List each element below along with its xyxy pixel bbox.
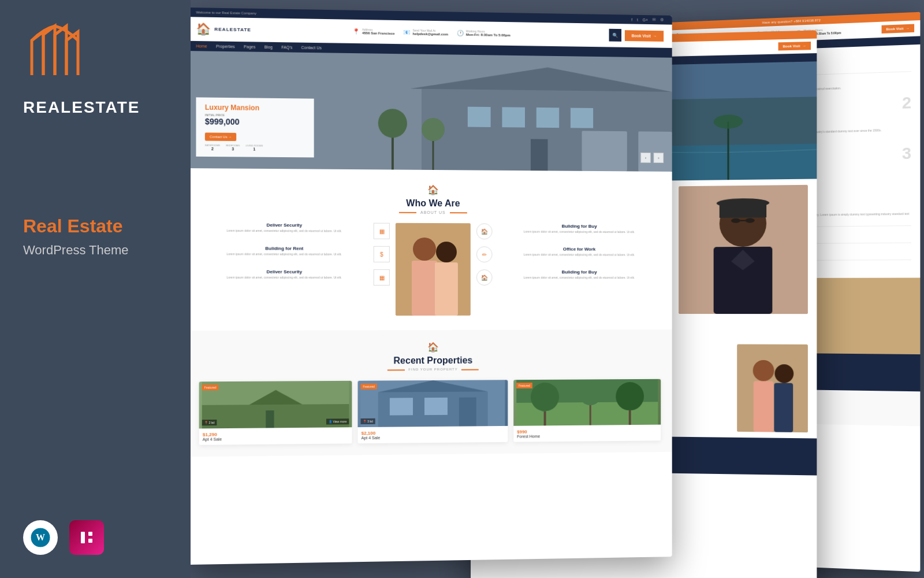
primary-header-info: 📍 Address 4556 San Francisco 📧 Send Your… <box>353 28 511 37</box>
search-button[interactable]: 🔍 <box>609 29 621 42</box>
settings-icon[interactable]: ⚙ <box>660 17 664 22</box>
mail-icon[interactable]: ✉ <box>653 17 656 22</box>
left-panel: REALESTATE Real Estate WordPress Theme W <box>0 0 191 578</box>
book-visit-button[interactable]: Book Visit → <box>625 30 664 42</box>
who-we-are-section: 🏠 Who We Are ABOUT US Deliver Security L… <box>191 168 672 331</box>
wwa-feature-left-1: Deliver Security Lorem ipsum dolor sit a… <box>199 223 390 239</box>
wwa-icon-left-2: $ <box>374 246 390 262</box>
svg-point-28 <box>774 365 793 384</box>
rp-subtitle: FIND YOUR PROPERTY <box>199 366 661 372</box>
prop-badge-3: Featured <box>516 383 532 388</box>
hero-stat-bed: BEDROOMS 3 <box>226 144 240 151</box>
screenshots-container: Have any question? +884 914038.872 🏠 REA… <box>191 0 924 578</box>
wwa-team-photo <box>396 223 471 316</box>
svg-rect-39 <box>638 131 672 172</box>
rp-title: Recent Properties <box>199 355 661 368</box>
prop-card-1: Featured 📍 2 bd 👤 View more $1,290 Apt 4… <box>199 380 352 444</box>
svg-point-62 <box>531 382 559 411</box>
hero-price: $999,000 <box>205 117 305 127</box>
svg-point-26 <box>753 360 774 381</box>
svg-rect-2 <box>81 532 85 543</box>
svg-rect-35 <box>536 108 559 128</box>
wwa-feature-right-1: 🏠 Buliding for Buy Lorem ipsum dolor sit… <box>476 223 661 240</box>
prop-image-1: Featured 📍 2 bd 👤 View more <box>199 380 352 428</box>
nav-blog[interactable]: Blog <box>264 45 273 49</box>
sec-book-btn[interactable]: Book Visit → <box>778 42 811 51</box>
theme-subtitle: WordPress Theme <box>23 243 129 258</box>
svg-text:W: W <box>36 532 45 542</box>
wwa-icon-left-3: ▦ <box>374 269 390 286</box>
svg-rect-36 <box>571 108 593 128</box>
svg-rect-22 <box>720 203 766 218</box>
svg-rect-57 <box>424 397 448 414</box>
wordpress-logo: W <box>23 520 58 555</box>
next-arrow[interactable]: › <box>654 153 664 163</box>
elementor-logo <box>69 520 104 555</box>
wwa-feature-right-3: 🏠 Buliding for Buy Lorem ipsum dolor sit… <box>476 269 661 286</box>
prop-badge-1: Featured <box>202 384 219 390</box>
logo-container: REALESTATE <box>23 23 140 117</box>
twitter-icon[interactable]: t <box>637 17 638 21</box>
wwa-icon: 🏠 <box>199 183 661 197</box>
prop-image-2: Featured 📍 3 bd <box>357 380 508 427</box>
prev-arrow[interactable]: ‹ <box>640 153 651 163</box>
wwa-left-features: Deliver Security Lorem ipsum dolor sit a… <box>199 223 390 286</box>
google-plus-icon[interactable]: G+ <box>643 17 648 21</box>
properties-grid: Featured 📍 2 bd 👤 View more $1,290 Apt 4… <box>199 379 661 444</box>
wwa-icon-left-1: ▦ <box>374 223 390 239</box>
nav-pages[interactable]: Pages <box>244 45 255 49</box>
wwa-grid: Deliver Security Lorem ipsum dolor sit a… <box>199 223 661 316</box>
prop-info-1: $1,290 Apt 4 Sale <box>199 427 352 445</box>
logo-icon <box>23 23 92 92</box>
svg-rect-46 <box>412 261 437 316</box>
logo-text: REALESTATE <box>23 98 140 117</box>
prop-info-3: $990 Forest Home <box>513 424 661 442</box>
svg-rect-48 <box>435 262 458 316</box>
prop-image-3: Featured <box>513 379 661 425</box>
svg-point-43 <box>422 118 445 141</box>
svg-rect-56 <box>390 398 413 415</box>
svg-point-45 <box>413 238 436 261</box>
theme-info: Real Estate WordPress Theme <box>23 180 129 258</box>
prop-name-2: Apt 4 Sale <box>362 434 505 439</box>
svg-rect-53 <box>266 410 274 428</box>
hero-content: Luxury Mansion INITIAL PRICE $999,000 Co… <box>196 97 314 157</box>
svg-rect-58 <box>459 397 476 427</box>
hero-stats: BATHROOMS 2 BEDROOMS 3 LIVING ROOMS 1 <box>205 144 305 152</box>
primary-logo: 🏠 REALESTATE <box>196 22 251 37</box>
hero-stat-bath: BATHROOMS 2 <box>205 144 220 151</box>
hero-nav-arrows: ‹ › <box>640 153 664 163</box>
svg-rect-38 <box>582 131 627 171</box>
rp-header: 🏠 Recent Properties FIND YOUR PROPERTY <box>199 341 661 373</box>
recent-properties-section: 🏠 Recent Properties FIND YOUR PROPERTY <box>191 329 672 457</box>
wwa-feature-left-2: Buliding for Rent Lorem ipsum dolor sit … <box>199 246 390 262</box>
about-team-photo <box>737 344 808 433</box>
topbar-welcome: Welcome to our Real Estate Company <box>196 10 256 15</box>
svg-rect-37 <box>531 139 548 171</box>
social-icons: f t G+ ✉ ⚙ <box>631 17 664 23</box>
nav-faqs[interactable]: FAQ's <box>281 45 292 49</box>
main-area: Have any question? +884 914038.872 🏠 REA… <box>191 0 924 578</box>
about-person-photo <box>679 185 808 314</box>
nav-home[interactable]: Home <box>196 44 207 48</box>
prop-name-3: Forest Home <box>517 433 657 438</box>
nav-properties[interactable]: Properties <box>216 45 235 49</box>
hero-contact-btn[interactable]: Contact Us → <box>205 132 237 141</box>
tert-book-btn[interactable]: Book Visit → <box>881 24 914 34</box>
prop-badge-2: Featured <box>361 383 377 389</box>
facebook-icon[interactable]: f <box>631 17 632 21</box>
svg-rect-29 <box>774 383 793 432</box>
prop-info-2: $2,100 Apt 4 Sale <box>357 425 508 443</box>
nav-contact[interactable]: Contact Us <box>301 46 322 50</box>
svg-point-47 <box>436 242 457 262</box>
svg-rect-27 <box>754 381 774 432</box>
hero-stat-living: LIVING ROOMS 1 <box>245 144 263 151</box>
rp-icon: 🏠 <box>199 341 661 354</box>
hero-section: Luxury Mansion INITIAL PRICE $999,000 Co… <box>191 51 672 172</box>
svg-point-66 <box>616 381 644 410</box>
svg-rect-3 <box>88 532 92 536</box>
svg-point-64 <box>579 382 602 405</box>
svg-rect-4 <box>88 539 92 543</box>
wwa-feature-left-3: Deliver Security Lorem ipsum dolor sit a… <box>199 269 390 286</box>
theme-title: Real Estate <box>23 215 129 237</box>
